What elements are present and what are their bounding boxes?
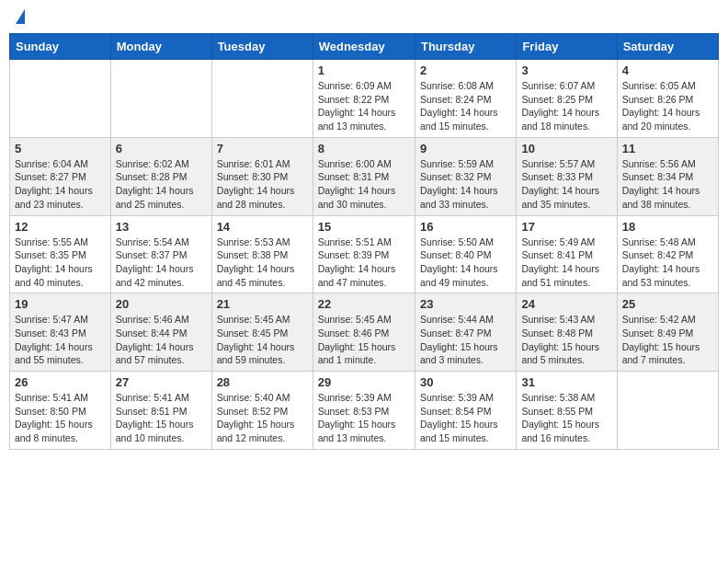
day-info: Sunrise: 5:56 AM Sunset: 8:34 PM Dayligh…: [622, 157, 713, 212]
day-number: 13: [116, 220, 207, 234]
day-number: 27: [116, 375, 207, 389]
day-number: 15: [318, 220, 410, 234]
calendar-cell: [110, 60, 211, 138]
weekday-header-saturday: Saturday: [617, 34, 718, 60]
day-number: 12: [15, 220, 106, 234]
day-number: 14: [217, 220, 308, 234]
weekday-header-tuesday: Tuesday: [211, 34, 313, 60]
calendar-cell: 15Sunrise: 5:51 AM Sunset: 8:39 PM Dayli…: [313, 215, 415, 293]
calendar-cell: 13Sunrise: 5:54 AM Sunset: 8:37 PM Dayli…: [110, 215, 211, 293]
day-number: 6: [116, 142, 207, 155]
calendar-cell: 23Sunrise: 5:44 AM Sunset: 8:47 PM Dayli…: [415, 293, 516, 372]
day-number: 17: [521, 220, 611, 234]
day-number: 20: [116, 297, 207, 311]
calendar-cell: 2Sunrise: 6:08 AM Sunset: 8:24 PM Daylig…: [415, 60, 516, 138]
day-info: Sunrise: 5:55 AM Sunset: 8:35 PM Dayligh…: [15, 236, 106, 290]
weekday-header-monday: Monday: [110, 34, 211, 60]
calendar-cell: 1Sunrise: 6:09 AM Sunset: 8:22 PM Daylig…: [313, 60, 415, 138]
week-row-3: 12Sunrise: 5:55 AM Sunset: 8:35 PM Dayli…: [10, 215, 719, 293]
calendar-cell: 29Sunrise: 5:39 AM Sunset: 8:53 PM Dayli…: [313, 372, 415, 450]
calendar-cell: 27Sunrise: 5:41 AM Sunset: 8:51 PM Dayli…: [110, 372, 211, 450]
day-info: Sunrise: 5:49 AM Sunset: 8:41 PM Dayligh…: [521, 236, 611, 290]
day-info: Sunrise: 5:54 AM Sunset: 8:37 PM Dayligh…: [116, 236, 207, 290]
day-number: 9: [420, 142, 511, 155]
calendar-cell: 24Sunrise: 5:43 AM Sunset: 8:48 PM Dayli…: [517, 293, 617, 372]
day-number: 30: [420, 375, 511, 389]
calendar-cell: 5Sunrise: 6:04 AM Sunset: 8:27 PM Daylig…: [10, 137, 111, 215]
day-number: 28: [217, 375, 308, 389]
day-info: Sunrise: 5:51 AM Sunset: 8:39 PM Dayligh…: [318, 236, 410, 290]
calendar-cell: [211, 60, 313, 138]
day-number: 2: [420, 63, 511, 77]
calendar-cell: 22Sunrise: 5:45 AM Sunset: 8:46 PM Dayli…: [313, 293, 415, 372]
day-info: Sunrise: 5:53 AM Sunset: 8:38 PM Dayligh…: [217, 236, 308, 290]
day-info: Sunrise: 5:39 AM Sunset: 8:54 PM Dayligh…: [420, 391, 511, 445]
day-info: Sunrise: 5:44 AM Sunset: 8:47 PM Dayligh…: [420, 313, 511, 367]
day-info: Sunrise: 6:09 AM Sunset: 8:22 PM Dayligh…: [318, 79, 410, 133]
day-info: Sunrise: 5:59 AM Sunset: 8:32 PM Dayligh…: [420, 157, 511, 212]
day-info: Sunrise: 5:40 AM Sunset: 8:52 PM Dayligh…: [217, 391, 308, 445]
calendar-cell: [10, 60, 111, 138]
day-number: 10: [521, 142, 611, 155]
day-info: Sunrise: 5:47 AM Sunset: 8:43 PM Dayligh…: [15, 313, 106, 367]
day-info: Sunrise: 6:01 AM Sunset: 8:30 PM Dayligh…: [217, 157, 308, 212]
calendar-cell: 6Sunrise: 6:02 AM Sunset: 8:28 PM Daylig…: [110, 137, 211, 215]
day-number: 29: [318, 375, 410, 389]
day-info: Sunrise: 5:46 AM Sunset: 8:44 PM Dayligh…: [116, 313, 207, 367]
day-number: 24: [521, 297, 611, 311]
weekday-header-friday: Friday: [517, 34, 617, 60]
week-row-1: 1Sunrise: 6:09 AM Sunset: 8:22 PM Daylig…: [10, 60, 719, 138]
logo: [13, 9, 25, 26]
day-info: Sunrise: 6:05 AM Sunset: 8:26 PM Dayligh…: [622, 79, 713, 133]
weekday-header-row: SundayMondayTuesdayWednesdayThursdayFrid…: [10, 34, 719, 60]
day-info: Sunrise: 6:00 AM Sunset: 8:31 PM Dayligh…: [318, 157, 410, 212]
weekday-header-thursday: Thursday: [415, 34, 516, 60]
calendar-cell: 26Sunrise: 5:41 AM Sunset: 8:50 PM Dayli…: [10, 372, 111, 450]
day-info: Sunrise: 5:43 AM Sunset: 8:48 PM Dayligh…: [521, 313, 611, 367]
day-number: 22: [318, 297, 410, 311]
day-number: 19: [15, 297, 106, 311]
day-number: 25: [622, 297, 713, 311]
day-number: 4: [622, 63, 713, 77]
day-info: Sunrise: 5:39 AM Sunset: 8:53 PM Dayligh…: [318, 391, 410, 445]
page-header: [9, 9, 719, 26]
week-row-2: 5Sunrise: 6:04 AM Sunset: 8:27 PM Daylig…: [10, 137, 719, 215]
calendar-cell: [617, 372, 718, 450]
day-info: Sunrise: 5:38 AM Sunset: 8:55 PM Dayligh…: [521, 391, 611, 445]
logo-triangle-icon: [16, 9, 25, 24]
calendar-cell: 4Sunrise: 6:05 AM Sunset: 8:26 PM Daylig…: [617, 60, 718, 138]
calendar-cell: 9Sunrise: 5:59 AM Sunset: 8:32 PM Daylig…: [415, 137, 516, 215]
day-info: Sunrise: 5:45 AM Sunset: 8:46 PM Dayligh…: [318, 313, 410, 367]
calendar-cell: 30Sunrise: 5:39 AM Sunset: 8:54 PM Dayli…: [415, 372, 516, 450]
week-row-4: 19Sunrise: 5:47 AM Sunset: 8:43 PM Dayli…: [10, 293, 719, 372]
calendar-cell: 20Sunrise: 5:46 AM Sunset: 8:44 PM Dayli…: [110, 293, 211, 372]
calendar-table: SundayMondayTuesdayWednesdayThursdayFrid…: [9, 33, 719, 450]
calendar-cell: 16Sunrise: 5:50 AM Sunset: 8:40 PM Dayli…: [415, 215, 516, 293]
day-info: Sunrise: 5:48 AM Sunset: 8:42 PM Dayligh…: [622, 236, 713, 290]
day-number: 31: [521, 375, 611, 389]
calendar-cell: 11Sunrise: 5:56 AM Sunset: 8:34 PM Dayli…: [617, 137, 718, 215]
calendar-cell: 10Sunrise: 5:57 AM Sunset: 8:33 PM Dayli…: [517, 137, 617, 215]
calendar-cell: 17Sunrise: 5:49 AM Sunset: 8:41 PM Dayli…: [517, 215, 617, 293]
calendar-cell: 3Sunrise: 6:07 AM Sunset: 8:25 PM Daylig…: [517, 60, 617, 138]
day-number: 3: [521, 63, 611, 77]
day-info: Sunrise: 6:08 AM Sunset: 8:24 PM Dayligh…: [420, 79, 511, 133]
day-info: Sunrise: 6:04 AM Sunset: 8:27 PM Dayligh…: [15, 157, 106, 212]
day-number: 8: [318, 142, 410, 155]
day-number: 5: [15, 142, 106, 155]
day-info: Sunrise: 5:45 AM Sunset: 8:45 PM Dayligh…: [217, 313, 308, 367]
day-number: 26: [15, 375, 106, 389]
calendar-cell: 7Sunrise: 6:01 AM Sunset: 8:30 PM Daylig…: [211, 137, 313, 215]
calendar-cell: 28Sunrise: 5:40 AM Sunset: 8:52 PM Dayli…: [211, 372, 313, 450]
day-number: 21: [217, 297, 308, 311]
calendar-cell: 18Sunrise: 5:48 AM Sunset: 8:42 PM Dayli…: [617, 215, 718, 293]
calendar-cell: 21Sunrise: 5:45 AM Sunset: 8:45 PM Dayli…: [211, 293, 313, 372]
weekday-header-sunday: Sunday: [10, 34, 111, 60]
calendar-cell: 8Sunrise: 6:00 AM Sunset: 8:31 PM Daylig…: [313, 137, 415, 215]
calendar-cell: 31Sunrise: 5:38 AM Sunset: 8:55 PM Dayli…: [517, 372, 617, 450]
day-info: Sunrise: 5:41 AM Sunset: 8:50 PM Dayligh…: [15, 391, 106, 445]
day-info: Sunrise: 6:02 AM Sunset: 8:28 PM Dayligh…: [116, 157, 207, 212]
weekday-header-wednesday: Wednesday: [313, 34, 415, 60]
day-number: 23: [420, 297, 511, 311]
day-number: 7: [217, 142, 308, 155]
